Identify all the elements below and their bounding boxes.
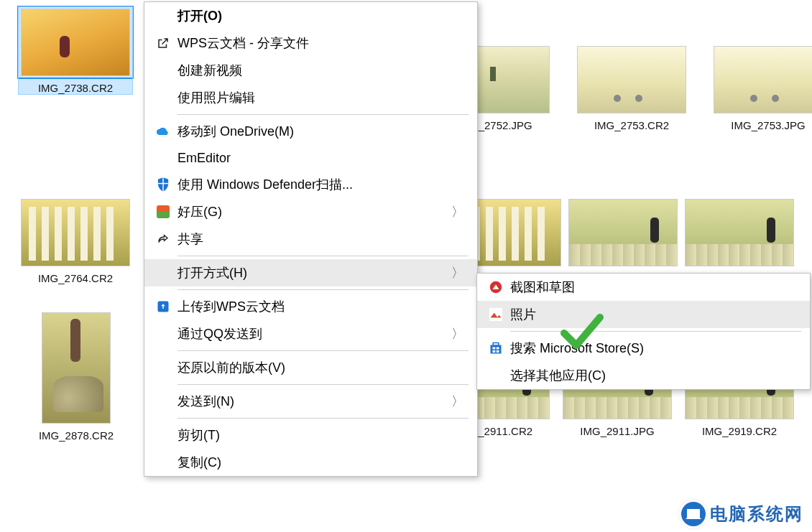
watermark: 电脑系统网 <box>681 502 803 526</box>
submenu-store[interactable]: 搜索 Microsoft Store(S) <box>477 335 810 362</box>
defender-shield-icon <box>153 177 173 192</box>
separator <box>177 289 469 290</box>
menu-label: 打开(O) <box>177 7 464 24</box>
share-arrow-icon <box>153 231 173 247</box>
menu-onedrive[interactable]: 移动到 OneDrive(M) <box>144 118 477 145</box>
blank-icon <box>153 360 173 375</box>
submenu-snip[interactable]: 截图和草图 <box>477 274 810 301</box>
svg-rect-0 <box>162 177 163 192</box>
thumbnail <box>683 197 796 268</box>
file-name: IMG_2753.CR2 <box>594 119 669 131</box>
blank-icon <box>153 265 173 281</box>
annotation-checkmark-icon <box>560 313 604 355</box>
menu-copy[interactable]: 复制(C) <box>144 449 477 476</box>
menu-label: 复制(C) <box>177 454 464 471</box>
thumbnail <box>566 197 680 268</box>
menu-label: 还原以前的版本(V) <box>177 359 464 376</box>
menu-open-with[interactable]: 打开方式(H) 〉 <box>144 259 477 286</box>
separator <box>177 350 469 351</box>
svg-rect-6 <box>493 343 499 346</box>
menu-cut[interactable]: 剪切(T) <box>144 421 477 449</box>
svg-rect-4 <box>489 308 502 321</box>
menu-label: 照片 <box>510 306 797 323</box>
thumbnail <box>19 7 132 78</box>
menu-label: 通过QQ发送到 <box>177 325 451 342</box>
snip-icon <box>486 279 506 295</box>
svg-rect-10 <box>497 350 499 353</box>
file-item[interactable]: IMG_2911.CR2 <box>576 197 670 284</box>
menu-label: 剪切(T) <box>177 426 464 444</box>
separator <box>177 256 469 256</box>
menu-wps-upload[interactable]: 上传到WPS云文档 <box>144 293 477 320</box>
menu-label: 发送到(N) <box>177 393 451 410</box>
file-item[interactable]: IMG_2753.CR2 <box>575 45 688 131</box>
file-item[interactable]: IMG_2911.JPG <box>693 197 786 284</box>
menu-label: 选择其他应用(C) <box>510 367 797 384</box>
menu-label: 好压(G) <box>177 203 451 220</box>
watermark-text: 电脑系统网 <box>710 503 803 526</box>
thumbnail <box>575 45 688 115</box>
svg-rect-5 <box>491 345 502 354</box>
blank-icon <box>486 368 506 383</box>
menu-label: WPS云文档 - 分享文件 <box>177 34 464 52</box>
menu-send-to[interactable]: 发送到(N) 〉 <box>144 388 477 415</box>
wps-cloud-icon <box>153 299 173 314</box>
menu-create-video[interactable]: 创建新视频 <box>144 57 477 84</box>
haozip-icon <box>153 204 173 220</box>
submenu-choose[interactable]: 选择其他应用(C) <box>477 362 810 389</box>
menu-share[interactable]: 共享 <box>144 225 477 253</box>
photos-icon <box>486 307 506 322</box>
menu-label: 上传到WPS云文档 <box>177 298 464 315</box>
context-menu: 打开(O) WPS云文档 - 分享文件 创建新视频 使用照片编辑 移动到 One… <box>144 1 478 477</box>
blank-icon <box>153 427 173 443</box>
menu-label: 截图和草图 <box>510 279 797 296</box>
blank-icon <box>153 90 173 106</box>
onedrive-icon <box>153 123 173 139</box>
thumbnail <box>711 45 812 115</box>
menu-label: EmEditor <box>177 151 464 166</box>
blank-icon <box>153 8 173 24</box>
separator <box>177 418 469 419</box>
svg-rect-8 <box>497 347 499 350</box>
menu-label: 创建新视频 <box>177 62 464 79</box>
svg-rect-9 <box>493 350 496 353</box>
menu-label: 搜索 Microsoft Store(S) <box>510 340 797 357</box>
menu-label: 移动到 OneDrive(M) <box>177 123 464 140</box>
menu-emeditor[interactable]: EmEditor <box>144 145 477 171</box>
watermark-logo-icon <box>681 502 706 526</box>
file-name: IMG_2753.JPG <box>731 119 805 131</box>
file-name: IMG_2919.CR2 <box>702 425 777 437</box>
file-name: IMG_2911.JPG <box>580 425 654 437</box>
menu-haozip[interactable]: 好压(G) 〉 <box>144 198 477 225</box>
menu-photo-edit[interactable]: 使用照片编辑 <box>144 84 477 111</box>
context-submenu-open-with: 截图和草图 照片 搜索 Microsoft Store(S) 选择其他应用(C) <box>476 273 811 390</box>
separator <box>177 114 469 115</box>
store-icon <box>486 340 506 356</box>
file-item[interactable]: IMG_2878.CR2 <box>33 310 119 442</box>
menu-open[interactable]: 打开(O) <box>144 2 477 29</box>
chevron-right-icon: 〉 <box>451 325 464 342</box>
menu-label: 使用 Windows Defender扫描... <box>177 176 464 193</box>
blank-icon <box>153 393 173 409</box>
svg-rect-1 <box>158 183 168 184</box>
menu-label: 共享 <box>177 230 464 248</box>
menu-defender[interactable]: 使用 Windows Defender扫描... <box>144 171 477 198</box>
blank-icon <box>153 326 173 342</box>
file-item[interactable]: IMG_2753.JPG <box>711 45 812 131</box>
menu-label: 打开方式(H) <box>177 264 451 281</box>
thumbnail <box>19 197 132 268</box>
menu-wps-share[interactable]: WPS云文档 - 分享文件 <box>144 29 477 57</box>
separator <box>510 331 801 332</box>
chevron-right-icon: 〉 <box>451 264 464 281</box>
menu-qq-send[interactable]: 通过QQ发送到 〉 <box>144 320 477 347</box>
blank-icon <box>153 62 173 78</box>
file-name: IMG_2738.CR2 <box>38 82 113 94</box>
svg-rect-7 <box>493 347 496 350</box>
menu-label: 使用照片编辑 <box>177 89 464 106</box>
thumbnail <box>40 310 112 425</box>
menu-restore[interactable]: 还原以前的版本(V) <box>144 354 477 381</box>
file-name: IMG_2764.CR2 <box>38 272 113 284</box>
submenu-photos[interactable]: 照片 <box>477 301 810 328</box>
file-item[interactable]: IMG_2738.CR2 <box>19 7 132 94</box>
file-item[interactable]: IMG_2764.CR2 <box>19 197 132 284</box>
